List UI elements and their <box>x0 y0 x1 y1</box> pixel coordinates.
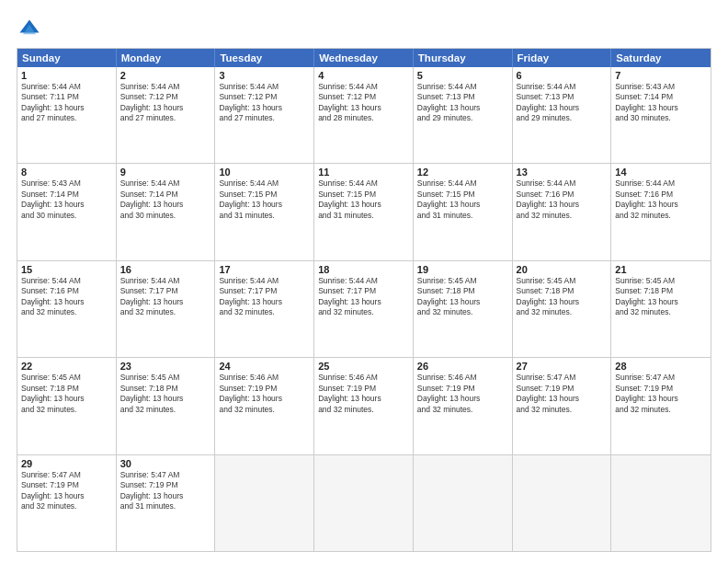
calendar-header: SundayMondayTuesdayWednesdayThursdayFrid… <box>17 49 711 67</box>
cal-cell-24: 24Sunrise: 5:46 AM Sunset: 7:19 PM Dayli… <box>215 358 314 454</box>
page: SundayMondayTuesdayWednesdayThursdayFrid… <box>0 0 728 563</box>
logo-icon <box>17 17 42 42</box>
calendar-row-0: 1Sunrise: 5:44 AM Sunset: 7:11 PM Daylig… <box>17 67 711 163</box>
calendar-row-2: 15Sunrise: 5:44 AM Sunset: 7:16 PM Dayli… <box>17 260 711 357</box>
header-cell-sunday: Sunday <box>17 49 117 67</box>
cal-cell-13: 13Sunrise: 5:44 AM Sunset: 7:16 PM Dayli… <box>513 164 612 259</box>
cal-cell-25: 25Sunrise: 5:46 AM Sunset: 7:19 PM Dayli… <box>314 358 414 454</box>
top-section <box>17 17 711 42</box>
cal-cell-10: 10Sunrise: 5:44 AM Sunset: 7:15 PM Dayli… <box>215 164 314 259</box>
header-cell-tuesday: Tuesday <box>215 49 314 67</box>
header-cell-thursday: Thursday <box>414 49 513 67</box>
cal-cell-empty-4-3 <box>314 455 414 551</box>
cal-cell-15: 15Sunrise: 5:44 AM Sunset: 7:16 PM Dayli… <box>17 261 117 357</box>
cal-cell-14: 14Sunrise: 5:44 AM Sunset: 7:16 PM Dayli… <box>611 164 711 259</box>
cal-cell-27: 27Sunrise: 5:47 AM Sunset: 7:19 PM Dayli… <box>513 358 612 454</box>
cal-cell-17: 17Sunrise: 5:44 AM Sunset: 7:17 PM Dayli… <box>215 261 314 357</box>
cal-cell-8: 8Sunrise: 5:43 AM Sunset: 7:14 PM Daylig… <box>17 164 117 259</box>
cal-cell-9: 9Sunrise: 5:44 AM Sunset: 7:14 PM Daylig… <box>117 164 216 259</box>
cal-cell-2: 2Sunrise: 5:44 AM Sunset: 7:12 PM Daylig… <box>117 67 216 163</box>
cal-cell-22: 22Sunrise: 5:45 AM Sunset: 7:18 PM Dayli… <box>17 358 117 454</box>
cal-cell-30: 30Sunrise: 5:47 AM Sunset: 7:19 PM Dayli… <box>117 455 216 551</box>
cal-cell-16: 16Sunrise: 5:44 AM Sunset: 7:17 PM Dayli… <box>117 261 216 357</box>
cal-cell-5: 5Sunrise: 5:44 AM Sunset: 7:13 PM Daylig… <box>414 67 513 163</box>
cal-cell-23: 23Sunrise: 5:45 AM Sunset: 7:18 PM Dayli… <box>117 358 216 454</box>
cal-cell-26: 26Sunrise: 5:46 AM Sunset: 7:19 PM Dayli… <box>414 358 513 454</box>
cal-cell-12: 12Sunrise: 5:44 AM Sunset: 7:15 PM Dayli… <box>414 164 513 259</box>
cal-cell-11: 11Sunrise: 5:44 AM Sunset: 7:15 PM Dayli… <box>314 164 414 259</box>
header-cell-saturday: Saturday <box>611 49 711 67</box>
cal-cell-3: 3Sunrise: 5:44 AM Sunset: 7:12 PM Daylig… <box>215 67 314 163</box>
cal-cell-19: 19Sunrise: 5:45 AM Sunset: 7:18 PM Dayli… <box>414 261 513 357</box>
logo <box>17 17 46 42</box>
cal-cell-empty-4-2 <box>215 455 314 551</box>
cal-cell-20: 20Sunrise: 5:45 AM Sunset: 7:18 PM Dayli… <box>513 261 612 357</box>
cal-cell-7: 7Sunrise: 5:43 AM Sunset: 7:14 PM Daylig… <box>611 67 711 163</box>
cal-cell-empty-4-5 <box>513 455 612 551</box>
calendar-row-3: 22Sunrise: 5:45 AM Sunset: 7:18 PM Dayli… <box>17 357 711 454</box>
cal-cell-4: 4Sunrise: 5:44 AM Sunset: 7:12 PM Daylig… <box>314 67 414 163</box>
calendar-body: 1Sunrise: 5:44 AM Sunset: 7:11 PM Daylig… <box>17 67 711 551</box>
header-cell-friday: Friday <box>513 49 612 67</box>
cal-cell-28: 28Sunrise: 5:47 AM Sunset: 7:19 PM Dayli… <box>611 358 711 454</box>
calendar: SundayMondayTuesdayWednesdayThursdayFrid… <box>17 48 711 552</box>
cal-cell-empty-4-4 <box>414 455 513 551</box>
cal-cell-29: 29Sunrise: 5:47 AM Sunset: 7:19 PM Dayli… <box>17 455 117 551</box>
header-cell-wednesday: Wednesday <box>314 49 414 67</box>
header-cell-monday: Monday <box>117 49 216 67</box>
cal-cell-18: 18Sunrise: 5:44 AM Sunset: 7:17 PM Dayli… <box>314 261 414 357</box>
cal-cell-6: 6Sunrise: 5:44 AM Sunset: 7:13 PM Daylig… <box>513 67 612 163</box>
calendar-row-4: 29Sunrise: 5:47 AM Sunset: 7:19 PM Dayli… <box>17 454 711 551</box>
cal-cell-1: 1Sunrise: 5:44 AM Sunset: 7:11 PM Daylig… <box>17 67 117 163</box>
cal-cell-empty-4-6 <box>611 455 711 551</box>
cal-cell-21: 21Sunrise: 5:45 AM Sunset: 7:18 PM Dayli… <box>611 261 711 357</box>
calendar-row-1: 8Sunrise: 5:43 AM Sunset: 7:14 PM Daylig… <box>17 163 711 259</box>
